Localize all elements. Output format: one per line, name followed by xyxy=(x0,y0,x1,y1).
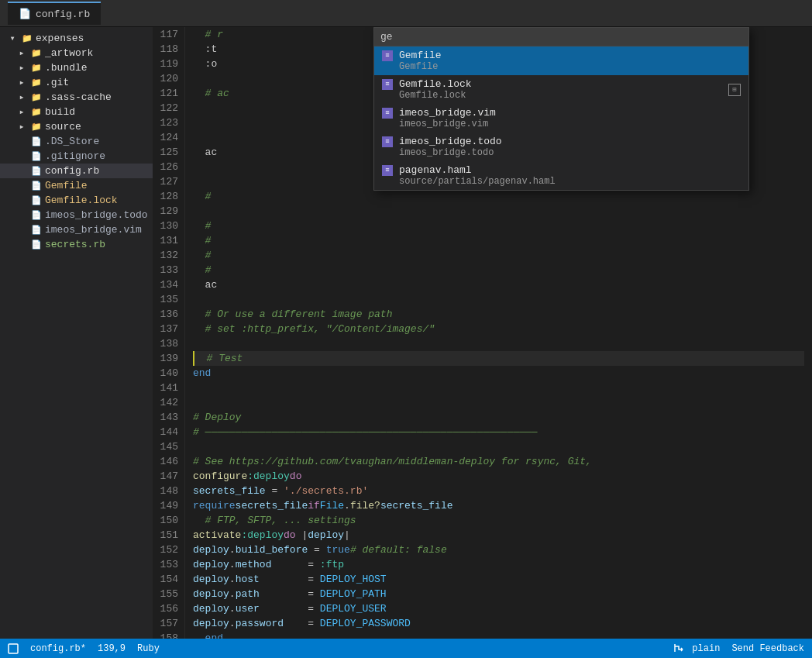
sidebar-item-icon: 📄 xyxy=(31,166,42,176)
autocomplete-dropdown: ≡ Gemfile Gemfile ≡ Gemfile.lock Gemfile… xyxy=(373,27,749,191)
sidebar-item-icon: 📄 xyxy=(31,151,42,161)
sidebar-item-label: imeos_bridge.vim xyxy=(45,224,142,236)
autocomplete-search-input[interactable] xyxy=(374,28,748,47)
line-number: 154 xyxy=(159,572,178,587)
code-line: activate :deploy do |deploy| xyxy=(193,528,804,543)
status-position: 139,9 xyxy=(98,643,126,654)
sidebar-item-_artwork[interactable]: ▸ 📁 _artwork xyxy=(0,46,153,60)
code-line: end xyxy=(193,631,804,639)
autocomplete-item-imeos_bridge_todo[interactable]: ≡ imeos_bridge.todo imeos_bridge.todo xyxy=(374,133,748,161)
sidebar-item-secrets.rb[interactable]: 📄 secrets.rb xyxy=(0,237,153,252)
code-line: # Deploy xyxy=(193,410,804,425)
autocomplete-item-gemfile_lock[interactable]: ≡ Gemfile.lock Gemfile.lock ⊞ xyxy=(374,75,748,104)
file-type-icon: ≡ xyxy=(382,79,393,90)
code-line: # FTP, SFTP, ... settings xyxy=(193,513,804,528)
sidebar-item-.gitignore[interactable]: 📄 .gitignore xyxy=(0,149,153,164)
tab-config-rb[interactable]: 📄 config.rb xyxy=(8,2,101,25)
autocomplete-item-name: imeos_bridge.todo xyxy=(399,136,502,147)
code-line xyxy=(193,336,804,351)
sidebar-item-Gemfile[interactable]: 📄 Gemfile xyxy=(0,178,153,193)
line-number: 128 xyxy=(159,189,178,204)
status-feedback[interactable]: Send Feedback xyxy=(731,643,804,654)
code-line: deploy.build_before = true # default: fa… xyxy=(193,543,804,557)
code-line: # set :http_prefix, "/Content/images/" xyxy=(193,322,804,336)
code-line: end xyxy=(193,366,804,381)
status-file-icon xyxy=(8,643,19,654)
sidebar-item-icon: 📄 xyxy=(31,136,42,146)
sidebar-item-imeos_bridge.vim[interactable]: 📄 imeos_bridge.vim xyxy=(0,222,153,237)
autocomplete-item-pagenav_haml[interactable]: ≡ pagenav.haml source/partials/pagenav.h… xyxy=(374,161,748,190)
svg-rect-0 xyxy=(9,644,18,653)
line-number: 151 xyxy=(159,528,178,543)
sidebar-item-Gemfile.lock[interactable]: 📄 Gemfile.lock xyxy=(0,193,153,208)
line-number: 149 xyxy=(159,498,178,513)
code-line: deploy.method = :ftp xyxy=(193,557,804,572)
sidebar-item-label: secrets.rb xyxy=(45,239,105,250)
sidebar-item-source[interactable]: ▸ 📁 source xyxy=(0,119,153,134)
line-number: 141 xyxy=(159,381,178,395)
line-number: 155 xyxy=(159,587,178,601)
code-line xyxy=(193,439,804,454)
autocomplete-item-path: Gemfile.lock xyxy=(382,90,741,101)
line-number: 158 xyxy=(159,631,178,639)
file-type-icon: ≡ xyxy=(382,136,393,147)
code-line: # xyxy=(193,189,804,204)
sidebar-item-icon: 📁 xyxy=(22,33,33,43)
sidebar-item-.git[interactable]: ▸ 📁 .git xyxy=(0,75,153,90)
status-filename: config.rb* xyxy=(30,643,86,654)
line-number: 148 xyxy=(159,484,178,498)
line-number: 135 xyxy=(159,292,178,307)
sidebar-item-icon: 📁 xyxy=(31,48,42,58)
code-line xyxy=(193,204,804,219)
sidebar-item-label: imeos_bridge.todo xyxy=(45,209,148,221)
code-line: # Or use a different image path xyxy=(193,307,804,322)
code-line xyxy=(193,395,804,410)
sidebar-item-icon: 📁 xyxy=(31,107,42,117)
code-line: require secrets_file if File.file? secre… xyxy=(193,498,804,513)
line-number: 152 xyxy=(159,543,178,557)
sidebar-item-.sass-cache[interactable]: ▸ 📁 .sass-cache xyxy=(0,90,153,105)
sidebar-item-expenses[interactable]: ▾ 📁 expenses xyxy=(0,31,153,46)
sidebar-item-config.rb[interactable]: 📄 config.rb xyxy=(0,164,153,178)
file-type-icon: ▸ xyxy=(15,121,28,133)
line-number: 134 xyxy=(159,277,178,292)
line-number: 156 xyxy=(159,601,178,616)
code-line: # See https://github.com/tvaughan/middle… xyxy=(193,454,804,469)
line-number: 124 xyxy=(159,130,178,145)
code-line: # xyxy=(193,219,804,233)
sidebar-item-icon: 📁 xyxy=(31,78,42,88)
sidebar-item-build[interactable]: ▸ 📁 build xyxy=(0,105,153,119)
file-type-icon: ▸ xyxy=(15,77,28,88)
code-line: # xyxy=(193,248,804,263)
line-number: 123 xyxy=(159,115,178,130)
line-number: 140 xyxy=(159,366,178,381)
sidebar-item-label: _artwork xyxy=(45,47,93,59)
code-line xyxy=(193,381,804,395)
autocomplete-item-name: Gemfile.lock xyxy=(399,78,472,90)
file-icon: 📄 xyxy=(19,8,31,20)
sidebar-item-label: .sass-cache xyxy=(45,91,112,103)
status-language: Ruby xyxy=(137,643,160,654)
line-number: 125 xyxy=(159,145,178,160)
sidebar-item-.DS_Store[interactable]: 📄 .DS_Store xyxy=(0,134,153,149)
line-number: 127 xyxy=(159,174,178,189)
file-type-icon: ≡ xyxy=(382,50,393,61)
sidebar-item-label: .gitignore xyxy=(45,150,105,162)
sidebar-item-imeos_bridge.todo[interactable]: 📄 imeos_bridge.todo xyxy=(0,208,153,222)
line-number: 131 xyxy=(159,233,178,248)
autocomplete-item-imeos_bridge_vim[interactable]: ≡ imeos_bridge.vim imeos_bridge.vim xyxy=(374,104,748,133)
line-number: 146 xyxy=(159,454,178,469)
file-type-icon: ▸ xyxy=(15,106,28,118)
code-line: configure :deploy do xyxy=(193,469,804,484)
file-type-icon: ≡ xyxy=(382,108,393,119)
autocomplete-item-gemfile1[interactable]: ≡ Gemfile Gemfile xyxy=(374,47,748,75)
sidebar-item-icon: 📄 xyxy=(31,225,42,235)
code-line: deploy.user = DEPLOY_USER xyxy=(193,601,804,616)
file-type-icon: ▸ xyxy=(15,91,28,103)
sidebar-item-icon: 📁 xyxy=(31,63,42,73)
sidebar-item-label: Gemfile xyxy=(45,180,88,191)
sidebar-item-label: .bundle xyxy=(45,62,88,74)
sidebar-item-.bundle[interactable]: ▸ 📁 .bundle xyxy=(0,60,153,75)
line-number: 147 xyxy=(159,469,178,484)
code-line: ac xyxy=(193,277,804,292)
